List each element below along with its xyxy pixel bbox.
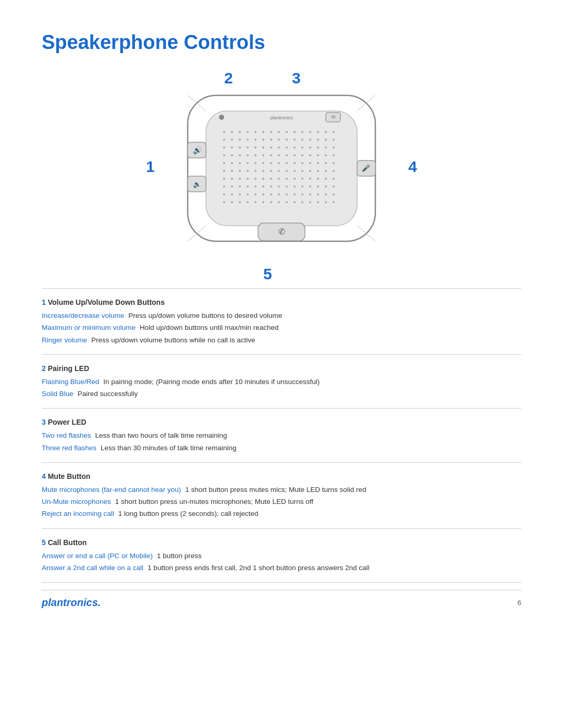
svg-point-68 [270,162,272,164]
svg-point-77 [223,170,225,172]
svg-text:⟲: ⟲ [331,114,336,120]
page: Speakerphone Controls 1 2 3 4 5 [0,0,563,624]
svg-point-6 [254,131,256,133]
svg-point-25 [286,139,288,141]
svg-point-131 [293,193,296,195]
device-illustration: 🔊 🔉 plantronics ⟲ 🎤 ✆ [172,90,391,257]
section-4-title: 4 Mute Button [42,472,521,480]
svg-point-28 [309,139,311,141]
svg-point-129 [278,193,280,195]
svg-point-76 [333,162,335,164]
section-2-title: 2 Pairing LED [42,364,521,373]
svg-point-4 [239,131,241,133]
svg-point-59 [317,154,319,156]
svg-point-146 [293,201,296,203]
svg-point-26 [293,139,296,141]
svg-point-140 [247,201,249,203]
svg-point-47 [223,154,225,156]
svg-point-43 [309,146,311,149]
section-2-row-2: Solid Blue Paired successfully [42,389,521,399]
section-3-row-1: Two red flashes Less than two hours of t… [42,430,521,441]
svg-point-35 [247,146,249,149]
svg-point-139 [239,201,241,203]
svg-point-51 [254,154,256,156]
svg-point-42 [301,146,303,149]
svg-point-69 [278,162,280,164]
svg-point-36 [254,146,256,149]
svg-point-142 [262,201,264,203]
svg-point-135 [325,193,327,195]
svg-point-55 [286,154,288,156]
svg-point-130 [286,193,288,195]
svg-point-121 [333,186,335,188]
svg-point-86 [293,170,296,172]
svg-point-30 [325,139,327,141]
svg-point-61 [333,154,335,156]
svg-point-50 [247,154,249,156]
svg-point-83 [270,170,272,172]
section-1-row-3: Ringer volume Press up/down volume butto… [42,335,521,346]
svg-point-143 [270,201,272,203]
svg-point-116 [293,186,296,188]
svg-point-31 [333,139,335,141]
svg-point-112 [262,186,264,188]
svg-point-56 [293,154,296,156]
section-1-row-2: Maximum or minimum volume Hold up/down b… [42,323,521,333]
svg-point-15 [325,131,327,133]
svg-point-138 [231,201,233,203]
svg-point-45 [325,146,327,149]
svg-point-14 [317,131,319,133]
svg-point-24 [278,139,280,141]
svg-point-126 [254,193,256,195]
label-4: 4 [408,158,417,176]
label-3: 3 [292,69,301,87]
section-5-title: 5 Call Button [42,538,521,547]
svg-point-20 [247,139,249,141]
svg-point-19 [239,139,241,141]
svg-point-137 [223,201,225,203]
svg-point-48 [231,154,233,156]
svg-point-2 [223,131,225,133]
svg-point-32 [223,146,225,149]
svg-point-11 [293,131,296,133]
svg-point-156 [219,115,224,120]
svg-point-75 [325,162,327,164]
svg-point-3 [231,131,233,133]
section-call-button: 5 Call Button Answer or end a call (PC o… [42,528,521,583]
svg-point-151 [333,201,335,203]
svg-point-136 [333,193,335,195]
svg-point-72 [301,162,303,164]
footer-page-number: 6 [518,599,521,607]
svg-point-44 [317,146,319,149]
footer-logo: plantronics. [42,597,101,609]
section-2-row-1: Flashing Blue/Red In pairing mode; (Pair… [42,377,521,387]
label-1: 1 [146,158,155,176]
svg-point-40 [286,146,288,149]
svg-point-74 [317,162,319,164]
svg-point-18 [231,139,233,141]
svg-point-93 [231,178,233,180]
svg-point-117 [301,186,303,188]
svg-point-148 [309,201,311,203]
svg-point-120 [325,186,327,188]
section-mute-button: 4 Mute Button Mute microphones (far-end … [42,462,521,528]
svg-point-60 [325,154,327,156]
svg-point-12 [301,131,303,133]
svg-point-141 [254,201,256,203]
svg-point-102 [301,178,303,180]
svg-point-99 [278,178,280,180]
svg-point-110 [247,186,249,188]
svg-point-21 [254,139,256,141]
svg-point-16 [333,131,335,133]
section-3-row-2: Three red flashes Less than 30 minutes o… [42,443,521,453]
section-4-row-3: Reject an incoming call 1 long button pr… [42,509,521,519]
svg-point-49 [239,154,241,156]
svg-point-17 [223,139,225,141]
svg-point-133 [309,193,311,195]
svg-point-37 [262,146,264,149]
svg-point-101 [293,178,296,180]
section-1-title: 1 Volume Up/Volume Down Buttons [42,298,521,306]
svg-point-67 [262,162,264,164]
svg-point-8 [270,131,272,133]
svg-point-144 [278,201,280,203]
